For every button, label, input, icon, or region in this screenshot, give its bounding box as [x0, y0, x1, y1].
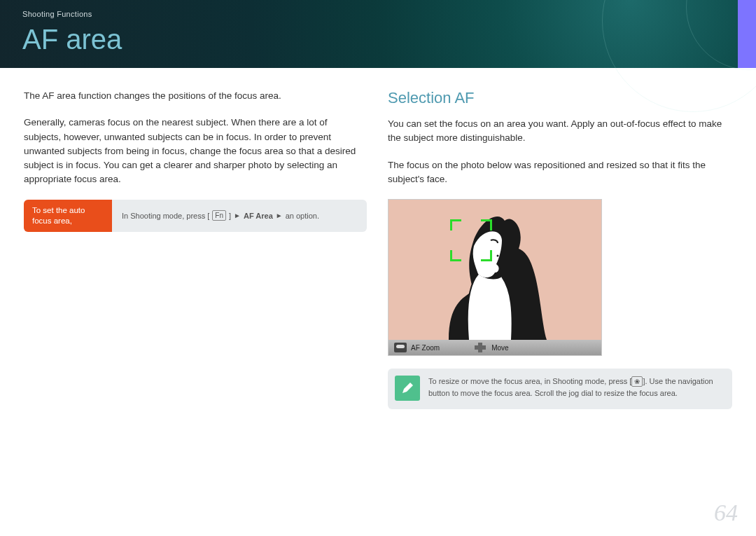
instruction-prefix: In Shooting mode, press [ [122, 212, 209, 220]
intro-paragraph: The AF area function changes the positio… [24, 89, 367, 103]
arrow-icon: ► [234, 212, 241, 219]
instruction-callout: To set the auto focus area, In Shooting … [24, 200, 367, 232]
af-focus-box [450, 219, 492, 261]
note-text-1: To resize or move the focus area, in Sho… [428, 377, 631, 385]
menu-key-icon: ❀ [631, 376, 643, 387]
instruction-body: In Shooting mode, press [Fn] ► AF Area ►… [112, 200, 329, 232]
af-zoom-label: AF Zoom [411, 344, 440, 352]
fn-key-icon: Fn [212, 210, 226, 221]
move-label: Move [491, 344, 508, 352]
viewfinder-preview: AF Zoom Move [388, 199, 602, 356]
viewfinder-image [388, 200, 601, 340]
dpad-icon [475, 343, 487, 352]
jog-dial-icon [394, 343, 407, 352]
note-callout: To resize or move the focus area, in Sho… [388, 369, 732, 409]
instruction-mid: ] [229, 212, 231, 220]
instruction-suffix: an option. [286, 212, 319, 220]
selection-p1: You can set the focus on an area you wan… [388, 117, 732, 146]
viewfinder-statusbar: AF Zoom Move [388, 340, 601, 355]
section-heading: Selection AF [388, 89, 732, 107]
selection-p2: The focus on the photo below was reposit… [388, 158, 732, 187]
right-column: Selection AF You can set the focus on an… [388, 89, 732, 409]
arrow-icon: ► [276, 212, 283, 219]
breadcrumb: Shooting Functions [22, 10, 756, 18]
svg-point-0 [497, 255, 499, 257]
instruction-label: To set the auto focus area, [24, 200, 112, 232]
page-title: AF area [22, 24, 756, 55]
af-area-label: AF Area [244, 212, 273, 220]
pen-note-icon [395, 376, 420, 401]
page-header: Shooting Functions AF area [0, 0, 756, 68]
page-number: 64 [714, 500, 738, 526]
manual-page: Shooting Functions AF area The AF area f… [0, 0, 756, 536]
note-text: To resize or move the focus area, in Sho… [428, 376, 722, 399]
section-tab-indicator [738, 0, 756, 68]
description-paragraph: Generally, cameras focus on the nearest … [24, 116, 367, 186]
page-content: The AF area function changes the positio… [0, 68, 756, 409]
left-column: The AF area function changes the positio… [24, 89, 367, 409]
